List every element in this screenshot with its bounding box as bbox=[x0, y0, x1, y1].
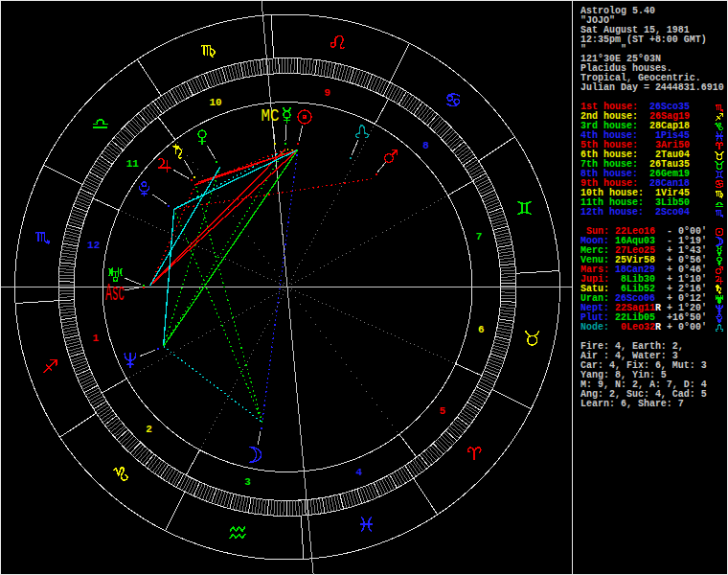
svg-text:Learn: 6, Share: 7: Learn: 6, Share: 7 bbox=[580, 397, 684, 409]
svg-text:Node: 0Leo32R+ 0°00': Node: 0Leo32R+ 0°00' bbox=[580, 320, 707, 333]
svg-text:3: 3 bbox=[244, 476, 251, 488]
svg-text:Julian Day = 2444831.6910: Julian Day = 2444831.6910 bbox=[580, 80, 724, 93]
svg-text:2: 2 bbox=[146, 424, 152, 435]
svg-text:12th house: 2Sco04: 12th house: 2Sco04 bbox=[580, 205, 690, 218]
svg-text:5: 5 bbox=[439, 405, 445, 417]
svg-text:12:35pm (ST +8:00 GMT): 12:35pm (ST +8:00 GMT) bbox=[580, 33, 707, 45]
svg-text:8: 8 bbox=[422, 140, 429, 151]
svg-text:Asc: Asc bbox=[105, 279, 125, 308]
svg-text:1: 1 bbox=[93, 333, 100, 344]
svg-text:12: 12 bbox=[87, 240, 100, 251]
svg-text:10: 10 bbox=[209, 97, 221, 108]
svg-text:7: 7 bbox=[476, 231, 483, 242]
svg-text:9: 9 bbox=[324, 87, 330, 99]
svg-text:11: 11 bbox=[126, 158, 140, 170]
svg-text:MC: MC bbox=[262, 105, 280, 126]
svg-text:4: 4 bbox=[356, 467, 363, 478]
svg-text:6: 6 bbox=[478, 324, 485, 335]
